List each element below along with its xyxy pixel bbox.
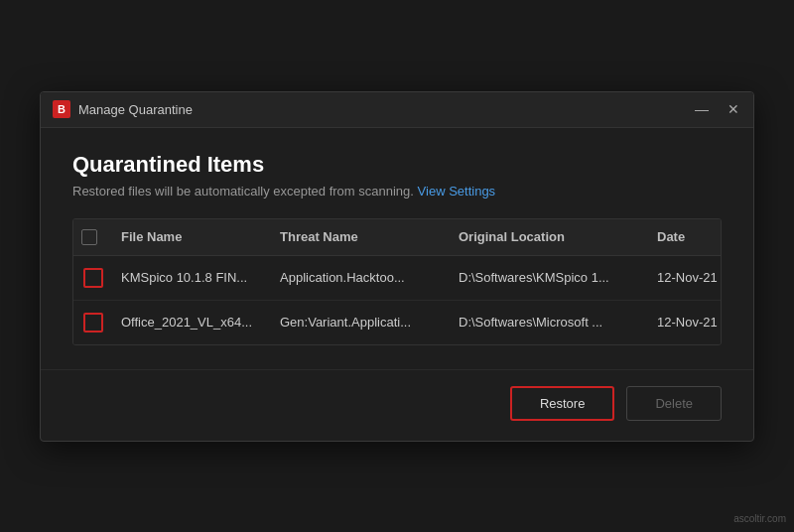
row2-threatname: Gen:Variant.Applicati... [272, 315, 451, 330]
row2-filename: Office_2021_VL_x64... [113, 315, 272, 330]
col-header-threatname: Threat Name [272, 229, 451, 245]
row1-date: 12-Nov-21 04:33 PM [649, 270, 722, 285]
footer: Restore Delete [41, 369, 753, 441]
col-header-date: Date [649, 229, 722, 245]
watermark: ascoltir.com [733, 513, 786, 524]
titlebar: B Manage Quarantine — ✕ [41, 92, 753, 128]
table-row: KMSpico 10.1.8 FIN... Application.Hackto… [73, 256, 721, 301]
row2-date: 12-Nov-21 04:30 PM [649, 315, 722, 330]
row1-threatname: Application.Hacktoo... [272, 270, 451, 285]
page-title: Quarantined Items [72, 152, 722, 178]
col-header-filename: File Name [113, 229, 272, 245]
main-content: Quarantined Items Restored files will be… [41, 128, 753, 365]
col-header-location: Original Location [451, 229, 649, 245]
table-header: File Name Threat Name Original Location … [73, 219, 721, 256]
col-header-checkbox [73, 229, 113, 245]
row2-location: D:\Softwares\Microsoft ... [451, 315, 649, 330]
window-title: Manage Quarantine [78, 102, 694, 117]
select-all-checkbox[interactable] [81, 229, 97, 245]
restore-button[interactable]: Restore [510, 386, 615, 421]
row1-checkbox[interactable] [83, 268, 103, 288]
subtitle-text: Restored files will be automatically exc… [72, 184, 722, 199]
row1-checkbox-cell [73, 268, 113, 288]
table-row: Office_2021_VL_x64... Gen:Variant.Applic… [73, 301, 721, 344]
view-settings-link[interactable]: View Settings [418, 184, 496, 199]
quarantine-window: B Manage Quarantine — ✕ Quarantined Item… [40, 91, 754, 442]
row2-checkbox-cell [73, 313, 113, 332]
close-button[interactable]: ✕ [726, 101, 741, 117]
row1-location: D:\Softwares\KMSpico 1... [451, 270, 649, 285]
row1-filename: KMSpico 10.1.8 FIN... [113, 270, 272, 285]
quarantine-table: File Name Threat Name Original Location … [72, 218, 722, 345]
row2-checkbox[interactable] [83, 313, 103, 332]
window-controls: — ✕ [694, 101, 741, 117]
delete-button[interactable]: Delete [626, 386, 722, 421]
app-icon: B [53, 100, 70, 118]
minimize-button[interactable]: — [694, 101, 710, 117]
